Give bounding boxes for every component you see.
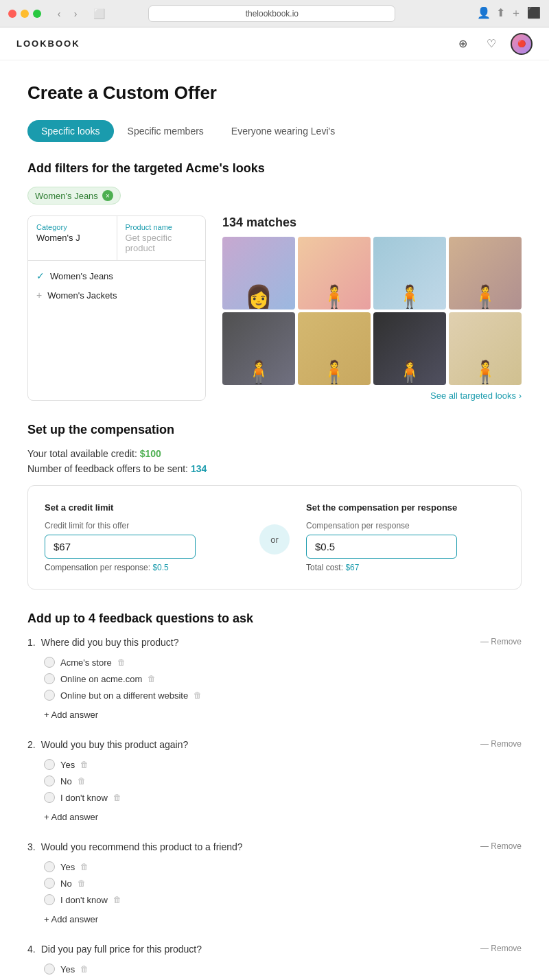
question-header-2: 2. Would you buy this product again? — R…: [27, 739, 522, 750]
category-value: Women's J: [36, 233, 108, 243]
question-number-1: 1.: [27, 637, 36, 648]
category-label: Category: [36, 223, 108, 231]
radio-q1-3[interactable]: [44, 690, 55, 701]
category-col: Category Women's J: [28, 216, 117, 260]
answer-q2-3: I don't know 🗑: [27, 790, 522, 805]
match-image-2: 🧍: [298, 237, 371, 310]
check-icon: ✓: [36, 270, 45, 281]
back-icon[interactable]: ‹: [52, 7, 66, 21]
per-response-input[interactable]: [306, 535, 457, 559]
question-header-3: 3. Would you recommend this product to a…: [27, 841, 522, 852]
add-answer-q3[interactable]: + Add answer: [27, 911, 98, 927]
match-image-6: 🧍: [298, 312, 371, 385]
delete-q2-answer-1[interactable]: 🗑: [80, 760, 89, 769]
question-text-3: Would you recommend this product to a fr…: [41, 841, 475, 852]
add-answer-q1[interactable]: + Add answer: [27, 707, 98, 723]
filter-area: Category Women's J Product name Get spec…: [27, 215, 522, 401]
radio-q3-1[interactable]: [44, 861, 55, 872]
feedback-info: Number of feedback offers to be sent: 13…: [27, 463, 522, 474]
answer-q3-1: Yes 🗑: [27, 859, 522, 874]
radio-q2-2[interactable]: [44, 775, 55, 786]
answer-q1-1: Acme's store 🗑: [27, 655, 522, 670]
credit-limit-input[interactable]: [45, 535, 196, 559]
tab-icon: ⬜: [93, 8, 105, 19]
product-placeholder[interactable]: Get specific product: [126, 233, 198, 253]
question-number-2: 2.: [27, 739, 36, 750]
radio-q1-1[interactable]: [44, 657, 55, 668]
new-tab-icon[interactable]: ＋: [511, 6, 522, 21]
tab-everyone-levis[interactable]: Everyone wearing Levi's: [218, 120, 349, 142]
account-icon[interactable]: 👤: [477, 6, 491, 21]
active-filter-tag[interactable]: Women's Jeans ×: [27, 187, 121, 205]
question-item-4: 4. Did you pay full price for this produ…: [27, 944, 522, 980]
delete-q2-answer-2[interactable]: 🗑: [78, 776, 86, 786]
compensation-box: Set a credit limit Credit limit for this…: [27, 485, 522, 590]
page-title: Create a Custom Offer: [27, 82, 522, 104]
remove-question-3[interactable]: — Remove: [480, 841, 522, 851]
app-logo: LOOKBOOK: [16, 38, 80, 49]
radio-q3-2[interactable]: [44, 878, 55, 889]
delete-q3-answer-1[interactable]: 🗑: [80, 862, 89, 872]
option-womens-jeans[interactable]: ✓ Women's Jeans: [28, 266, 205, 285]
answer-label-q2-3: I don't know: [60, 793, 108, 803]
radio-q3-3[interactable]: [44, 894, 55, 905]
radio-q2-3[interactable]: [44, 792, 55, 803]
filter-options: ✓ Women's Jeans + Women's Jackets: [28, 261, 205, 310]
matches-area: 134 matches 👩 🧍 🧍 🧍 🧍 🧍 🧍 🧍 See all targ…: [222, 215, 522, 401]
answer-q4-1: Yes 🗑: [27, 961, 522, 977]
heart-icon[interactable]: ♡: [482, 34, 501, 54]
tabs-icon[interactable]: ⬛: [527, 6, 541, 21]
answer-q2-2: No 🗑: [27, 773, 522, 789]
answer-q1-3: Online but on a different website 🗑: [27, 688, 522, 703]
feedback-count: 134: [191, 463, 207, 474]
tab-specific-members[interactable]: Specific members: [114, 120, 218, 142]
radio-q4-1[interactable]: [44, 964, 55, 975]
answer-label-q1-3: Online but on a different website: [60, 690, 188, 701]
compensation-section-title: Set up the compensation: [27, 423, 522, 437]
match-image-8: 🧍: [449, 312, 522, 385]
filter-remove-icon[interactable]: ×: [102, 190, 113, 201]
total-cost-label: Total cost:: [306, 563, 343, 572]
filter-panel: Category Women's J Product name Get spec…: [27, 215, 206, 401]
add-icon[interactable]: ⊕: [453, 34, 472, 54]
filter-panel-header: Category Women's J Product name Get spec…: [28, 216, 205, 261]
match-image-1: 👩: [222, 237, 295, 310]
option-womens-jackets[interactable]: + Women's Jackets: [28, 285, 205, 305]
delete-q1-answer-1[interactable]: 🗑: [117, 657, 126, 667]
delete-q4-answer-1[interactable]: 🗑: [80, 964, 89, 974]
add-answer-q2[interactable]: + Add answer: [27, 809, 98, 825]
total-cost-value: $67: [345, 563, 359, 572]
forward-icon[interactable]: ›: [69, 7, 82, 21]
question-number-4: 4.: [27, 944, 36, 955]
compensation-section: Set up the compensation Your total avail…: [27, 423, 522, 590]
radio-q2-1[interactable]: [44, 759, 55, 770]
header-actions: ⊕ ♡ 🔴: [453, 33, 533, 55]
maximize-dot[interactable]: [33, 10, 41, 18]
per-response-label: Compensation per response: [306, 521, 504, 530]
remove-question-2[interactable]: — Remove: [480, 739, 522, 749]
answer-label-q3-3: I don't know: [60, 895, 108, 905]
remove-question-1[interactable]: — Remove: [480, 637, 522, 646]
minimize-dot[interactable]: [21, 10, 29, 18]
delete-q2-answer-3[interactable]: 🗑: [113, 793, 121, 802]
option-label-jackets: Women's Jackets: [47, 290, 117, 301]
delete-q3-answer-3[interactable]: 🗑: [113, 895, 121, 905]
question-text-1: Where did you buy this product?: [41, 637, 475, 648]
avatar[interactable]: 🔴: [511, 33, 533, 55]
radio-q1-2[interactable]: [44, 673, 55, 684]
browser-chrome: ‹ › ⬜ thelookbook.io 👤 ⬆ ＋ ⬛: [0, 0, 549, 27]
delete-q1-answer-2[interactable]: 🗑: [148, 674, 156, 684]
tab-specific-looks[interactable]: Specific looks: [27, 120, 114, 142]
see-all-link[interactable]: See all targeted looks ›: [222, 390, 522, 401]
questions-section-title: Add up to 4 feedback questions to ask: [27, 611, 522, 626]
close-dot[interactable]: [8, 10, 16, 18]
delete-q3-answer-2[interactable]: 🗑: [78, 878, 86, 888]
per-response-title: Set the compensation per response: [306, 502, 504, 513]
question-number-3: 3.: [27, 841, 36, 852]
main-content: Create a Custom Offer Specific looks Spe…: [0, 60, 549, 980]
share-icon[interactable]: ⬆: [496, 6, 505, 21]
match-image-5: 🧍: [222, 312, 295, 385]
url-bar[interactable]: thelookbook.io: [148, 5, 395, 22]
remove-question-4[interactable]: — Remove: [480, 944, 522, 953]
delete-q1-answer-3[interactable]: 🗑: [194, 690, 202, 700]
